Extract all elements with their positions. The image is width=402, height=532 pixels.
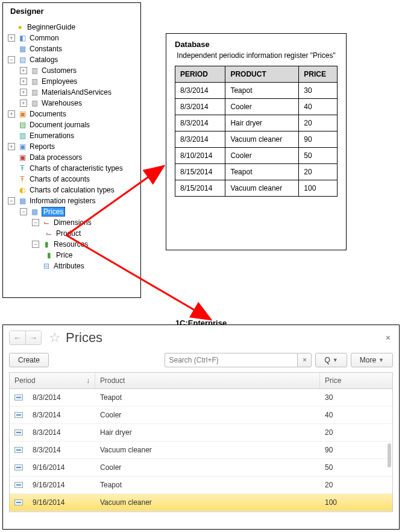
catalogs-icon: ▤ bbox=[17, 55, 27, 65]
grid-row[interactable]: 8/3/2014Hair dryer20 bbox=[10, 424, 392, 442]
collapse-icon[interactable]: − bbox=[8, 197, 15, 204]
cell-period: 9/16/2014 bbox=[28, 498, 95, 507]
scrollbar-thumb[interactable] bbox=[388, 443, 391, 467]
toolbar: Create × Q▼ More▼ bbox=[3, 350, 399, 372]
tree-customers[interactable]: +▥Customers bbox=[5, 65, 138, 76]
more-button[interactable]: More▼ bbox=[351, 353, 393, 367]
close-button[interactable]: × bbox=[383, 333, 393, 343]
grid-row[interactable]: 9/16/2014Vacuum cleaner100 bbox=[10, 494, 392, 511]
db-cell: Cooler bbox=[225, 99, 299, 115]
cell-product: Vacuum cleaner bbox=[95, 446, 320, 454]
create-button[interactable]: Create bbox=[9, 353, 49, 367]
expand-icon[interactable]: + bbox=[8, 34, 15, 42]
constants-icon: ▦ bbox=[17, 44, 27, 54]
collapse-icon[interactable]: − bbox=[8, 56, 15, 63]
db-cell: Vacuum cleaner bbox=[225, 180, 299, 197]
col-product[interactable]: Product bbox=[95, 373, 320, 388]
tree-product-dim[interactable]: ⌙Product bbox=[5, 228, 138, 239]
tree-enums[interactable]: ▥Enumerations bbox=[5, 130, 138, 141]
grid-row[interactable]: 8/3/2014Cooler40 bbox=[10, 407, 392, 424]
grid-row[interactable]: 9/16/2014Cooler50 bbox=[10, 459, 392, 477]
db-cell: 8/15/2014 bbox=[175, 180, 225, 197]
tree-documents[interactable]: +▣Documents bbox=[5, 109, 138, 119]
tree-price-res[interactable]: ▮Price bbox=[5, 250, 138, 261]
grid-row[interactable]: 9/16/2014Teapot20 bbox=[10, 477, 392, 494]
db-cell: Cooler bbox=[225, 148, 299, 164]
tree-dimensions[interactable]: −⌙Dimensions bbox=[5, 217, 138, 228]
expand-icon[interactable]: + bbox=[8, 110, 15, 118]
db-cell: 8/3/2014 bbox=[175, 99, 225, 115]
db-cell: 8/10/2014 bbox=[175, 148, 225, 164]
tree-resources[interactable]: −▮Resources bbox=[5, 239, 138, 250]
tree-cctypes[interactable]: ŦCharts of characteristic types bbox=[5, 163, 138, 174]
collapse-icon[interactable]: − bbox=[32, 219, 39, 226]
db-cell: 40 bbox=[299, 99, 338, 115]
row-icon-cell bbox=[10, 499, 28, 505]
chart-icon: Ŧ bbox=[17, 174, 27, 184]
documents-icon: ▣ bbox=[17, 109, 27, 119]
expand-icon[interactable]: + bbox=[20, 89, 27, 96]
db-row: 8/3/2014Hair dryer20 bbox=[175, 115, 338, 131]
row-icon-cell bbox=[10, 482, 28, 488]
cell-period: 8/3/2014 bbox=[28, 446, 95, 454]
row-icon-cell bbox=[10, 412, 28, 418]
row-icon-cell bbox=[10, 429, 28, 435]
record-icon bbox=[14, 394, 23, 401]
db-row: 8/3/2014Vacuum cleaner90 bbox=[175, 131, 338, 148]
db-cell: Teapot bbox=[225, 83, 299, 99]
tree-root[interactable]: ●BeginnerGuide bbox=[5, 22, 138, 33]
grid-row[interactable]: 8/3/2014Teapot30 bbox=[10, 389, 392, 407]
expand-icon[interactable]: + bbox=[20, 100, 27, 107]
database-title: Database bbox=[175, 40, 338, 49]
tree-employees[interactable]: +▥Employees bbox=[5, 76, 138, 87]
collapse-icon[interactable]: − bbox=[32, 241, 39, 248]
tree-materials[interactable]: +▥MaterialsAndServices bbox=[5, 87, 138, 98]
record-icon bbox=[14, 412, 23, 418]
search-group: × bbox=[165, 353, 312, 367]
favorite-star-icon[interactable]: ☆ bbox=[49, 330, 61, 346]
collapse-icon[interactable]: − bbox=[20, 208, 27, 215]
tree-catalogs[interactable]: −▤Catalogs bbox=[5, 54, 138, 65]
tree-inforeg[interactable]: −▦Information registers bbox=[5, 195, 138, 206]
tree-prices[interactable]: −▦Prices bbox=[5, 206, 138, 217]
search-input[interactable] bbox=[165, 353, 297, 367]
record-icon bbox=[14, 429, 23, 435]
nav-back-button[interactable]: ← bbox=[10, 331, 25, 344]
col-period[interactable]: Period↓ bbox=[10, 373, 95, 388]
row-icon-cell bbox=[10, 447, 28, 453]
expand-icon[interactable]: + bbox=[20, 78, 27, 85]
chevron-down-icon: ▼ bbox=[333, 357, 338, 363]
grid-header: Period↓ Product Price bbox=[10, 373, 392, 389]
nav-forward-button[interactable]: → bbox=[25, 331, 41, 344]
cell-period: 9/16/2014 bbox=[28, 481, 95, 489]
tree-common[interactable]: +◧Common bbox=[5, 33, 138, 43]
cell-price: 100 bbox=[320, 498, 392, 507]
cell-period: 8/3/2014 bbox=[28, 393, 95, 402]
tree-docjournals[interactable]: ▤Document journals bbox=[5, 119, 138, 130]
dimension-icon: ⌙ bbox=[44, 229, 54, 238]
tree-caccounts[interactable]: ŦCharts of accounts bbox=[5, 174, 138, 185]
search-menu-button[interactable]: Q▼ bbox=[315, 353, 347, 367]
tree-reports[interactable]: +▣Reports bbox=[5, 141, 138, 152]
col-price[interactable]: Price bbox=[320, 373, 392, 388]
tree-dataproc[interactable]: ▣Data processors bbox=[5, 152, 138, 163]
globe-icon: ● bbox=[15, 22, 25, 32]
db-cell: Vacuum cleaner bbox=[225, 131, 299, 148]
db-row: 8/10/2014Cooler50 bbox=[175, 148, 338, 164]
expand-icon[interactable]: + bbox=[8, 143, 15, 150]
expand-icon[interactable]: + bbox=[20, 67, 27, 74]
tree-ccalctypes[interactable]: ◐Charts of calculation types bbox=[5, 185, 138, 195]
enterprise-panel: ← → ☆ Prices × Create × Q▼ More▼ Period↓… bbox=[2, 325, 400, 530]
designer-title: Designer bbox=[10, 7, 138, 16]
clear-search-button[interactable]: × bbox=[297, 353, 312, 367]
catalog-item-icon: ▥ bbox=[30, 87, 39, 97]
grid-row[interactable]: 8/3/2014Vacuum cleaner90 bbox=[10, 442, 392, 459]
db-cell: Hair dryer bbox=[225, 115, 299, 131]
tree-constants[interactable]: ▦Constants bbox=[5, 43, 138, 54]
tree-warehouses[interactable]: +▥Warehouses bbox=[5, 98, 138, 109]
resource-group-icon: ▮ bbox=[42, 239, 51, 249]
db-row: 8/3/2014Teapot30 bbox=[175, 83, 338, 99]
tree-attributes[interactable]: ⊟Attributes bbox=[5, 261, 138, 271]
cell-price: 90 bbox=[320, 446, 392, 454]
magnifier-icon: Q bbox=[324, 356, 330, 364]
